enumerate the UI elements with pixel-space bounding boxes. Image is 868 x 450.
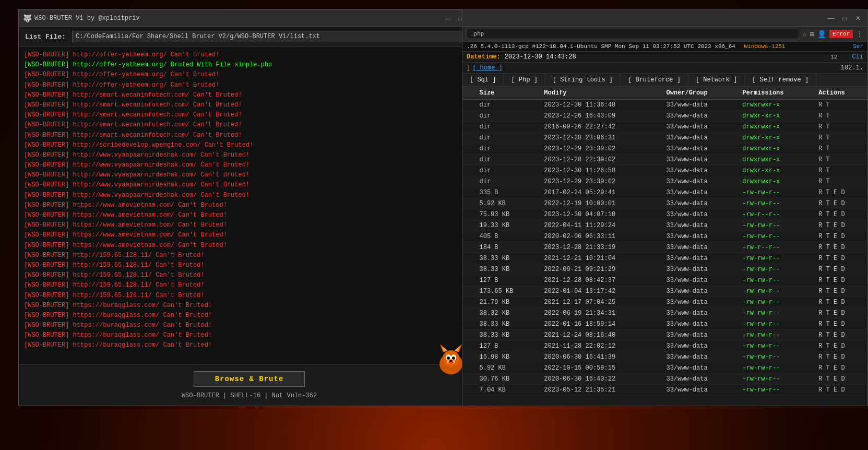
- table-row: 21.79 KB 2021-12-17 07:04:25 33/www-data…: [462, 297, 867, 308]
- datetime-value: 2023-12-30 14:43:28: [505, 53, 576, 61]
- shell-maximize-button[interactable]: □: [839, 13, 850, 23]
- cell-actions[interactable]: R T E D: [814, 363, 867, 374]
- log-line: [WSO-BRUTER] http://159.65.128.11/ Can't…: [24, 291, 474, 301]
- cell-size: dir: [475, 176, 540, 187]
- menu-item[interactable]: [ Network ]: [688, 74, 745, 86]
- nav-ip: 182.1.: [841, 64, 863, 72]
- cell-owner: 33/www-data: [662, 176, 738, 187]
- cell-owner: 33/www-data: [662, 133, 738, 144]
- log-line: [WSO-BRUTER] http://159.65.128.11/ Can't…: [24, 260, 474, 270]
- bookmark-icon[interactable]: ☆: [802, 30, 806, 39]
- browse-brute-button[interactable]: Browse & Brute: [194, 371, 305, 387]
- shell-titlebar: — □ ✕: [462, 10, 867, 27]
- cell-name: [462, 319, 475, 330]
- svg-point-12: [449, 360, 453, 362]
- cell-actions[interactable]: R T E D: [814, 231, 867, 242]
- cell-actions[interactable]: R T: [814, 133, 867, 144]
- cell-owner: 33/www-data: [662, 363, 738, 374]
- cell-name: [462, 111, 475, 122]
- nav-bracket-open: ]: [467, 64, 470, 72]
- cell-name: [462, 264, 475, 275]
- list-file-bar: List File:: [19, 27, 480, 47]
- svg-point-1: [443, 350, 459, 367]
- menu-item[interactable]: [ Php ]: [504, 74, 545, 86]
- system-info-text: .26 5.4.0-1113-gcp #122~18.04.1-Ubuntu S…: [467, 43, 735, 50]
- col-header-owner: Owner/Group: [662, 87, 738, 100]
- cell-actions[interactable]: R T E D: [814, 286, 867, 297]
- cell-name: [462, 198, 475, 209]
- cell-actions[interactable]: R T E D: [814, 330, 867, 341]
- cell-actions[interactable]: R T E D: [814, 374, 867, 385]
- menu-item[interactable]: [ Sql ]: [462, 74, 504, 86]
- cell-actions[interactable]: R T E D: [814, 187, 867, 198]
- cell-size: dir: [475, 111, 540, 122]
- file-table: Size Modify Owner/Group Permissions Acti…: [462, 87, 867, 396]
- cell-size: dir: [475, 165, 540, 176]
- url-input[interactable]: [467, 29, 799, 39]
- log-line: [WSO-BRUTER] http://smart.wecaninfotech.…: [24, 100, 474, 110]
- table-row: dir 2023-12-30 11:26:58 33/www-data drwx…: [462, 165, 867, 176]
- menu-item[interactable]: [ Self remove ]: [745, 74, 816, 86]
- menu-item[interactable]: [ Bruteforce ]: [621, 74, 688, 86]
- shell-menu-bar: [ Sql ][ Php ][ String tools ][ Brutefor…: [462, 74, 867, 87]
- cell-modify: 2023-12-30 11:36:48: [540, 100, 662, 111]
- log-line: [WSO-BRUTER] http://159.65.128.11/ Can't…: [24, 251, 474, 260]
- encoding-text: Windows-1251: [744, 43, 786, 50]
- log-area: [WSO-BRUTER] http://offer-yatheem.org/ C…: [19, 47, 480, 364]
- table-row: 127 B 2021-11-28 22:02:12 33/www-data -r…: [462, 341, 867, 352]
- cell-actions[interactable]: R T: [814, 176, 867, 187]
- cell-size: dir: [475, 100, 540, 111]
- cell-size: 38.33 KB: [475, 330, 540, 341]
- shell-info-bar: Datetime: 2023-12-30 14:43:28 12 Cli: [462, 52, 867, 63]
- cell-actions[interactable]: R T E D: [814, 253, 867, 264]
- cell-actions[interactable]: R T E D: [814, 275, 867, 286]
- cell-size: 127 B: [475, 275, 540, 286]
- cell-name: [462, 133, 475, 144]
- table-row: 184 B 2023-12-28 21:33:19 33/www-data -r…: [462, 242, 867, 253]
- cell-modify: 2023-12-29 23:39:02: [540, 144, 662, 155]
- cell-actions[interactable]: R T E D: [814, 319, 867, 330]
- cell-actions[interactable]: R T: [814, 155, 867, 165]
- cell-actions[interactable]: R T E D: [814, 264, 867, 275]
- cell-actions[interactable]: R T E D: [814, 209, 867, 220]
- cell-actions[interactable]: R T E D: [814, 352, 867, 363]
- minimize-button[interactable]: —: [444, 14, 453, 22]
- cell-actions[interactable]: R T: [814, 144, 867, 155]
- cell-owner: 33/www-data: [662, 187, 738, 198]
- cell-actions[interactable]: R T E D: [814, 385, 867, 396]
- cell-owner: 33/www-data: [662, 231, 738, 242]
- cell-actions[interactable]: R T E D: [814, 198, 867, 209]
- cell-owner: 33/www-data: [662, 155, 738, 165]
- shell-close-button[interactable]: ✕: [853, 13, 863, 23]
- cell-name: [462, 242, 475, 253]
- cell-actions[interactable]: R T: [814, 100, 867, 111]
- cell-actions[interactable]: R T E D: [814, 308, 867, 319]
- log-line: [WSO-BRUTER] https://buraqglass.com/ Can…: [24, 340, 474, 350]
- cell-actions[interactable]: R T: [814, 111, 867, 122]
- cell-perms: -rw-rw-r--: [738, 319, 814, 330]
- table-row: dir 2023-12-29 23:39:02 33/www-data drwx…: [462, 144, 867, 155]
- cell-owner: 33/www-data: [662, 264, 738, 275]
- table-row: dir 2023-12-28 23:06:31 33/www-data drwx…: [462, 133, 867, 144]
- nav-home-link[interactable]: [ home ]: [472, 64, 503, 72]
- cell-actions[interactable]: R T: [814, 165, 867, 176]
- cell-actions[interactable]: R T E D: [814, 297, 867, 308]
- cell-actions[interactable]: R T E D: [814, 242, 867, 253]
- cell-perms: -rw-rw-r--: [738, 286, 814, 297]
- table-row: 38.32 KB 2022-06-19 21:34:31 33/www-data…: [462, 308, 867, 319]
- cell-actions[interactable]: R T E D: [814, 220, 867, 231]
- bruter-footer: Browse & Brute WSO-BRUTER | SHELL-16 | N…: [19, 364, 480, 406]
- table-row: dir 2016-09-26 22:27:42 33/www-data drwx…: [462, 122, 867, 133]
- cell-size: 75.93 KB: [475, 209, 540, 220]
- shell-minimize-button[interactable]: —: [826, 13, 836, 23]
- cell-perms: -rw-rw-r--: [738, 297, 814, 308]
- status-bar: WSO-BRUTER | SHELL-16 | Not Vuln-362: [182, 392, 317, 399]
- server-num: 12: [830, 54, 837, 60]
- list-file-input[interactable]: [72, 31, 473, 42]
- table-row: dir 2023-12-30 11:36:48 33/www-data drwx…: [462, 100, 867, 111]
- cell-modify: 2022-09-21 09:21:29: [540, 264, 662, 275]
- cell-actions[interactable]: R T E D: [814, 341, 867, 352]
- cell-actions[interactable]: R T: [814, 122, 867, 133]
- menu-item[interactable]: [ String tools ]: [545, 74, 621, 86]
- menu-dots-icon[interactable]: ⋮: [856, 30, 863, 39]
